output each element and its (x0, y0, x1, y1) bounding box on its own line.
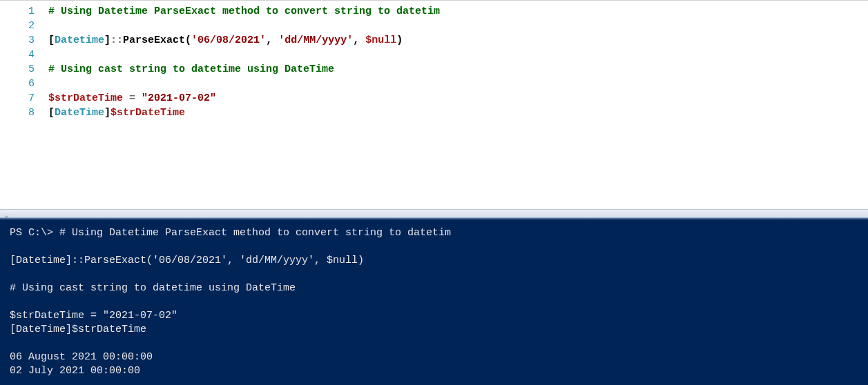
line-number: 4 (28, 49, 35, 61)
console-output: 06 August 2021 00:00:00 (10, 351, 153, 363)
paren: ( (185, 34, 191, 46)
comma: , (353, 34, 365, 46)
bracket: [ (48, 34, 55, 46)
line-number: 5 (28, 63, 35, 75)
line-number: 6 (28, 78, 35, 90)
comment-line: # Using cast string to datetime using Da… (48, 63, 334, 75)
console-text: [Datetime]::ParseExact('06/08/2021', 'dd… (10, 255, 364, 266)
scope-op: :: (110, 34, 123, 46)
console-text: # Using cast string to datetime using Da… (10, 282, 296, 294)
code-area[interactable]: # Using Datetime ParseExact method to co… (41, 1, 868, 209)
console-text: [DateTime]$strDateTime (10, 324, 146, 335)
console-output: 02 July 2021 00:00:00 (10, 365, 140, 377)
ide-window: 12345678 # Using Datetime ParseExact met… (0, 0, 868, 385)
comma: , (266, 34, 278, 46)
variable: $strDateTime (48, 92, 123, 104)
line-number: 1 (28, 6, 35, 17)
line-number: 8 (28, 107, 35, 119)
string-literal: "2021-07-02" (142, 92, 216, 104)
console-prompt: PS C:\> (10, 227, 59, 239)
console-pane[interactable]: PS C:\> # Using Datetime ParseExact meth… (0, 218, 868, 385)
bracket: [ (48, 107, 55, 119)
assign-op: = (123, 92, 142, 104)
chevron-down-icon[interactable]: ⌄ (4, 210, 9, 219)
line-number: 2 (28, 20, 35, 32)
variable: $strDateTime (110, 107, 185, 119)
bracket: ] (104, 34, 110, 46)
comment-line: # Using Datetime ParseExact method to co… (48, 6, 440, 17)
paren: ) (396, 34, 403, 46)
script-editor[interactable]: 12345678 # Using Datetime ParseExact met… (0, 0, 868, 209)
line-number: 7 (28, 92, 35, 104)
console-text: $strDateTime = "2021-07-02" (10, 310, 177, 322)
pane-splitter[interactable]: ⌄ (0, 209, 868, 218)
variable: $null (365, 34, 396, 46)
line-number: 3 (28, 34, 35, 46)
string-literal: 'dd/MM/yyyy' (278, 34, 353, 46)
bracket: ] (104, 107, 110, 119)
console-text: # Using Datetime ParseExact method to co… (59, 227, 451, 239)
method-name: ParseExact (123, 34, 185, 46)
type-name: Datetime (55, 34, 104, 46)
type-name: DateTime (55, 107, 104, 119)
string-literal: '06/08/2021' (191, 34, 266, 46)
line-number-gutter: 12345678 (0, 1, 41, 209)
